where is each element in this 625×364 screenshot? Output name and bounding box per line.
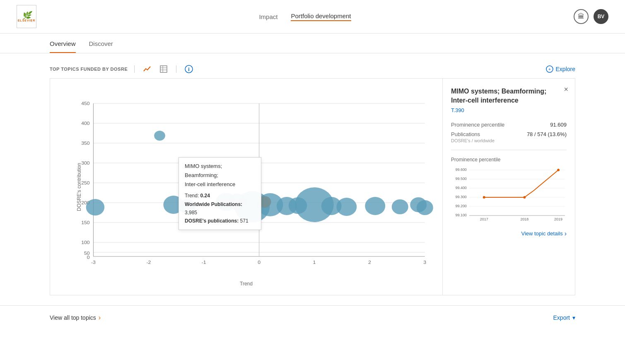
- nav-impact[interactable]: Impact: [259, 13, 278, 20]
- svg-point-54: [523, 196, 526, 199]
- svg-text:250: 250: [81, 180, 89, 185]
- chevron-right-icon: ›: [99, 314, 101, 321]
- detail-divider: [451, 150, 567, 150]
- detail-code: T.390: [451, 107, 567, 113]
- prominence-value: 91.609: [550, 122, 567, 128]
- bubble[interactable]: [365, 197, 385, 215]
- publications-sub: DOSRE's / worldwide: [451, 138, 567, 143]
- explore-button[interactable]: + Explore: [546, 65, 575, 73]
- svg-text:99.400: 99.400: [455, 186, 466, 190]
- view-all-label: View all top topics: [50, 314, 96, 321]
- svg-text:-1: -1: [202, 260, 206, 265]
- section-title: TOP TOPICS FUNDED BY DOSRE: [50, 67, 128, 72]
- view-topic-link[interactable]: View topic details ›: [451, 230, 567, 237]
- bubble[interactable]: [336, 198, 357, 216]
- bubble[interactable]: [154, 131, 165, 141]
- svg-text:450: 450: [81, 101, 89, 106]
- detail-panel: × MIMO systems; Beamforming; Inter-cell …: [442, 79, 575, 295]
- bubble[interactable]: [86, 199, 104, 216]
- svg-text:100: 100: [81, 240, 89, 245]
- svg-text:0: 0: [258, 260, 261, 265]
- svg-text:300: 300: [81, 160, 89, 165]
- chart-line-icon[interactable]: [141, 63, 153, 75]
- svg-text:i: i: [188, 67, 190, 72]
- svg-text:2019: 2019: [554, 217, 562, 221]
- prominence-label: Prominence percentile: [451, 122, 504, 128]
- close-button[interactable]: ×: [564, 85, 568, 94]
- svg-text:99.600: 99.600: [455, 168, 466, 172]
- section-title-group: TOP TOPICS FUNDED BY DOSRE i: [50, 63, 195, 75]
- divider: [134, 65, 135, 73]
- prominence-chart: 99.600 99.500 99.400 99.300 99.200 99.10…: [451, 166, 567, 224]
- svg-text:99.300: 99.300: [455, 195, 466, 199]
- tab-discover[interactable]: Discover: [89, 40, 113, 53]
- svg-text:99.500: 99.500: [455, 177, 466, 181]
- svg-text:0: 0: [87, 255, 90, 260]
- detail-title: MIMO systems; Beamforming; Inter-cell in…: [451, 87, 567, 105]
- publications-value: 78 / 574 (13.6%): [527, 131, 567, 137]
- view-topic-label: View topic details: [521, 230, 562, 237]
- svg-text:400: 400: [81, 121, 89, 126]
- building-icon[interactable]: 🏛: [574, 9, 589, 24]
- x-axis-label: Trend: [240, 281, 253, 287]
- svg-text:99.100: 99.100: [455, 213, 466, 217]
- svg-text:99.200: 99.200: [455, 204, 466, 208]
- svg-text:2: 2: [368, 260, 371, 265]
- svg-text:150: 150: [81, 220, 89, 225]
- chevron-down-icon: ▾: [572, 314, 575, 321]
- bottom-bar: View all top topics › Export ▾: [0, 305, 625, 330]
- page-tabs: Overview Discover: [0, 34, 625, 53]
- publications-label: Publications: [451, 131, 480, 137]
- main-content: TOP TOPICS FUNDED BY DOSRE i: [0, 53, 625, 305]
- explore-label: Explore: [556, 66, 575, 72]
- prominence-row: Prominence percentile 91.609: [451, 122, 567, 128]
- scatter-container: DOSRE's contribution: [50, 79, 442, 295]
- mini-chart-title: Prominence percentile: [451, 157, 567, 163]
- chart-area: DOSRE's contribution: [50, 78, 575, 295]
- bubble[interactable]: [179, 199, 195, 214]
- chevron-right-icon: ›: [565, 230, 567, 237]
- svg-point-53: [483, 196, 485, 199]
- elsevier-logo: 🌿 ELSEVIER: [17, 5, 36, 28]
- svg-text:+: +: [548, 67, 551, 72]
- view-all-button[interactable]: View all top topics ›: [50, 314, 101, 321]
- section-header: TOP TOPICS FUNDED BY DOSRE i: [50, 63, 575, 75]
- bubble[interactable]: [410, 197, 427, 212]
- svg-point-55: [557, 169, 560, 171]
- export-button[interactable]: Export ▾: [553, 314, 575, 321]
- logo-text: ELSEVIER: [18, 19, 36, 22]
- publications-row: Publications 78 / 574 (13.6%): [451, 131, 567, 137]
- svg-text:2018: 2018: [520, 217, 528, 221]
- nav-portfolio[interactable]: Portfolio development: [291, 12, 351, 21]
- svg-text:-3: -3: [91, 260, 96, 265]
- export-label: Export: [553, 314, 570, 321]
- main-nav: Impact Portfolio development: [259, 12, 351, 21]
- svg-text:3: 3: [423, 260, 426, 265]
- y-axis-label: DOSRE's contribution: [76, 163, 82, 211]
- svg-text:350: 350: [81, 141, 89, 146]
- svg-text:-2: -2: [146, 260, 151, 265]
- svg-rect-0: [160, 66, 167, 72]
- tab-overview[interactable]: Overview: [50, 40, 76, 53]
- svg-text:2017: 2017: [480, 217, 488, 221]
- logo: 🌿 ELSEVIER: [17, 5, 36, 28]
- divider2: [176, 65, 176, 73]
- info-icon[interactable]: i: [183, 63, 195, 75]
- bubble[interactable]: [392, 199, 408, 214]
- user-avatar[interactable]: BV: [594, 9, 608, 24]
- svg-text:1: 1: [313, 260, 316, 265]
- header: 🌿 ELSEVIER Impact Portfolio development …: [0, 0, 625, 34]
- table-icon[interactable]: [158, 63, 169, 75]
- header-icons: 🏛 BV: [574, 9, 608, 24]
